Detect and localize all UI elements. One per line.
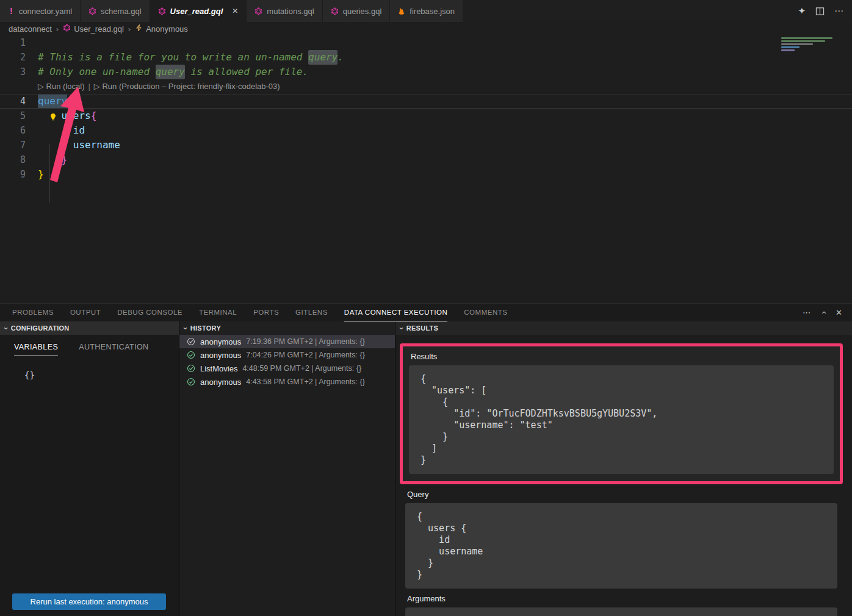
minimap-line bbox=[781, 49, 795, 51]
code-line-1[interactable]: 1 bbox=[0, 35, 852, 50]
history-item[interactable]: ListMovies4:48:59 PM GMT+2 | Arguments: … bbox=[179, 362, 395, 375]
code-token: is allowed per file. bbox=[185, 65, 308, 79]
arguments-value: {} bbox=[405, 607, 837, 616]
tab-label: mutations.gql bbox=[267, 7, 314, 16]
code-line-6[interactable]: 6 id bbox=[0, 123, 852, 138]
history-title: HISTORY bbox=[190, 324, 221, 332]
config-tab-authentication[interactable]: AUTHENTICATION bbox=[79, 343, 148, 356]
run-local-link[interactable]: ▷ Run (local) bbox=[38, 82, 84, 91]
code-line-5[interactable]: 5 users{ bbox=[0, 109, 852, 123]
code-token: query bbox=[308, 50, 338, 65]
breadcrumb-item-Anonymous[interactable]: Anonymous bbox=[135, 24, 188, 34]
firebase-icon bbox=[398, 7, 405, 15]
code-token bbox=[38, 152, 62, 167]
code-token: # Only one un-named bbox=[38, 65, 156, 79]
warning-icon: ! bbox=[8, 6, 15, 16]
chevron-down-icon: › bbox=[397, 327, 406, 330]
line-number: 5 bbox=[0, 109, 38, 123]
data-connect-execution-view: › CONFIGURATION VARIABLESAUTHENTICATION … bbox=[0, 321, 852, 616]
breadcrumb-label: dataconnect bbox=[9, 24, 52, 34]
history-item-name: ListMovies bbox=[200, 364, 237, 373]
config-tab-variables[interactable]: VARIABLES bbox=[14, 343, 58, 356]
panel-tab-output[interactable]: OUTPUT bbox=[70, 304, 101, 321]
history-item-name: anonymous bbox=[200, 337, 241, 346]
line-number: 7 bbox=[0, 138, 38, 152]
tab-User_read-gql[interactable]: User_read.gql✕ bbox=[150, 0, 247, 22]
history-list: anonymous7:19:36 PM GMT+2 | Arguments: {… bbox=[179, 335, 395, 389]
run-production-link[interactable]: ▷ Run (Production – Project: friendly-fl… bbox=[94, 82, 280, 91]
copilot-sparkle-icon[interactable]: ✦ bbox=[798, 5, 806, 16]
minimap-line bbox=[781, 43, 813, 45]
code-line-7[interactable]: 7 username bbox=[0, 138, 852, 152]
breadcrumb-label: User_read.gql bbox=[74, 24, 124, 34]
tab-mutations-gql[interactable]: mutations.gql bbox=[247, 0, 322, 22]
chevron-down-icon: › bbox=[181, 327, 190, 330]
warning-icon: ! bbox=[8, 6, 15, 16]
results-highlight-box: Results { "users": [ { "id": "OrTucFODZH… bbox=[400, 343, 843, 484]
panel-tab-data-connect-execution[interactable]: DATA CONNECT EXECUTION bbox=[344, 304, 447, 321]
history-item-detail: 4:43:58 PM GMT+2 | Arguments: {} bbox=[246, 378, 365, 386]
minimap-line bbox=[781, 46, 800, 48]
line-number bbox=[0, 79, 38, 94]
breadcrumb-item-User_read-gql[interactable]: User_read.gql bbox=[63, 24, 124, 34]
line-number: 3 bbox=[0, 65, 38, 79]
arguments-label: Arguments bbox=[407, 594, 837, 603]
tab-firebase-json[interactable]: firebase.json bbox=[390, 0, 463, 22]
line-number: 6 bbox=[0, 123, 38, 138]
editor-actions: ✦ ⋯ bbox=[798, 0, 852, 22]
query-label: Query bbox=[407, 490, 837, 499]
maximize-panel-icon[interactable]: › bbox=[818, 311, 828, 314]
split-editor-icon[interactable] bbox=[815, 7, 825, 16]
panel-tab-ports[interactable]: PORTS bbox=[253, 304, 279, 321]
tab-label: User_read.gql bbox=[170, 7, 223, 16]
code-editor[interactable]: 12# This is a file for you to write an u… bbox=[0, 35, 852, 303]
results-body: Results { "users": [ { "id": "OrTucFODZH… bbox=[395, 335, 852, 616]
close-icon[interactable]: ✕ bbox=[232, 7, 238, 15]
code-line-4[interactable]: 4query { bbox=[0, 94, 852, 109]
check-circle-icon bbox=[187, 364, 195, 373]
configuration-tabs: VARIABLESAUTHENTICATION bbox=[0, 335, 179, 356]
panel-tab-comments[interactable]: COMMENTS bbox=[464, 304, 507, 321]
codelens-separator: | bbox=[88, 82, 90, 91]
panel-tab-problems[interactable]: PROBLEMS bbox=[12, 304, 54, 321]
results-json: { "users": [ { "id": "OrTucFODZHTksvBSBU… bbox=[409, 365, 834, 474]
code-token: } bbox=[62, 152, 68, 167]
query-subsection: Query { users { id username } } bbox=[405, 490, 837, 589]
history-item[interactable]: anonymous7:04:26 PM GMT+2 | Arguments: {… bbox=[179, 348, 395, 362]
editor-tab-bar: !connector.yamlschema.gqlUser_read.gql✕m… bbox=[0, 0, 852, 22]
code-line-3[interactable]: 3# Only one un-named query is allowed pe… bbox=[0, 65, 852, 79]
panel-tab-gitlens[interactable]: GITLENS bbox=[295, 304, 328, 321]
code-line-2[interactable]: 2# This is a file for you to write an un… bbox=[0, 50, 852, 65]
tab-label: queries.gql bbox=[343, 7, 382, 16]
code-line-8[interactable]: 8 } bbox=[0, 152, 852, 167]
history-item[interactable]: anonymous7:19:36 PM GMT+2 | Arguments: {… bbox=[179, 335, 395, 348]
tab-connector-yaml[interactable]: !connector.yaml bbox=[0, 0, 81, 22]
history-header[interactable]: › HISTORY bbox=[179, 321, 395, 335]
code-token: id bbox=[73, 123, 85, 138]
history-item-name: anonymous bbox=[200, 351, 241, 360]
tab-list: !connector.yamlschema.gqlUser_read.gql✕m… bbox=[0, 0, 463, 22]
check-circle-icon bbox=[187, 351, 195, 359]
tab-queries-gql[interactable]: queries.gql bbox=[323, 0, 391, 22]
code-line-9[interactable]: 9} bbox=[0, 167, 852, 182]
query-code: { users { id username } } bbox=[405, 503, 837, 589]
close-panel-icon[interactable]: ✕ bbox=[836, 308, 842, 317]
configuration-header[interactable]: › CONFIGURATION bbox=[0, 321, 179, 335]
tab-schema-gql[interactable]: schema.gql bbox=[81, 0, 150, 22]
tab-label: connector.yaml bbox=[19, 7, 72, 16]
breadcrumb-item-dataconnect[interactable]: dataconnect bbox=[9, 24, 52, 34]
symbol-icon bbox=[135, 24, 143, 34]
more-actions-icon[interactable]: ⋯ bbox=[834, 5, 843, 16]
results-header[interactable]: › RESULTS bbox=[395, 321, 852, 335]
rerun-last-execution-button[interactable]: Rerun last execution: anonymous bbox=[12, 593, 166, 610]
check-circle-icon bbox=[187, 337, 195, 346]
panel-tab-debug-console[interactable]: DEBUG CONSOLE bbox=[117, 304, 182, 321]
graphql-icon bbox=[331, 7, 339, 15]
panel-tab-terminal[interactable]: TERMINAL bbox=[199, 304, 237, 321]
history-item[interactable]: anonymous4:43:58 PM GMT+2 | Arguments: {… bbox=[179, 375, 395, 389]
variables-value[interactable]: {} bbox=[24, 370, 179, 380]
minimap[interactable] bbox=[781, 37, 850, 62]
panel-more-actions-icon[interactable]: ⋯ bbox=[803, 308, 810, 317]
results-title: RESULTS bbox=[406, 324, 439, 332]
panel-tab-bar: PROBLEMSOUTPUTDEBUG CONSOLETERMINALPORTS… bbox=[0, 304, 852, 321]
